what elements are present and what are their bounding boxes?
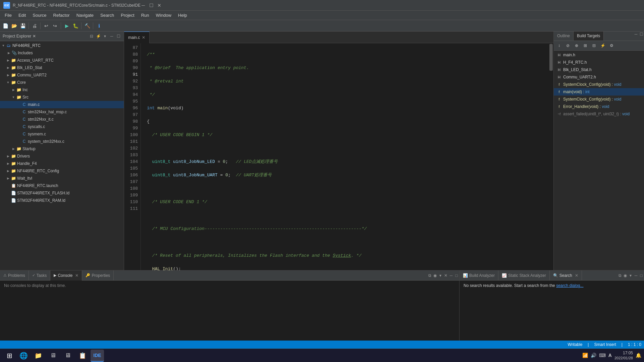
undo-btn[interactable]: ↩ — [42, 22, 50, 30]
menu-search[interactable]: Search — [97, 11, 117, 19]
tree-item-core[interactable]: 📁 Core — [0, 79, 124, 86]
tab-close-main-c[interactable]: ✕ — [142, 35, 145, 40]
menu-window[interactable]: Window — [153, 11, 175, 19]
menu-edit[interactable]: Edit — [15, 11, 29, 19]
tree-arrow-includes[interactable] — [6, 50, 11, 56]
tree-item-commu-uart2[interactable]: 📁 Commu_UART2 — [0, 71, 124, 79]
br-toolbar-btn1[interactable]: ⧉ — [617, 273, 623, 278]
tree-item-src[interactable]: 📁 Src — [0, 94, 124, 101]
keyboard-icon[interactable]: ⌨ — [599, 353, 606, 358]
right-panel-minimize[interactable]: ─ — [633, 32, 639, 37]
tree-item-handle-f4[interactable]: 📁 Handle_F4 — [0, 160, 124, 167]
search-dialog-link[interactable]: search dialog... — [556, 283, 583, 288]
tree-arrow-access[interactable] — [5, 58, 11, 63]
scrollbar-thumb[interactable] — [549, 44, 553, 71]
tree-arrow-src[interactable] — [11, 95, 16, 100]
tree-arrow-blk[interactable] — [5, 65, 11, 70]
panel-minimize-btn[interactable]: ─ — [109, 34, 114, 39]
print-btn[interactable]: 🖨 — [31, 22, 39, 30]
start-button[interactable]: ⊞ — [3, 350, 16, 362]
run-btn[interactable]: ▶ — [63, 22, 71, 30]
info-btn[interactable]: ℹ — [95, 22, 103, 30]
menu-help[interactable]: Help — [175, 11, 191, 19]
tree-item-main-c[interactable]: C main.c — [0, 101, 124, 108]
br-toolbar-btn4[interactable]: ─ — [633, 273, 639, 278]
console-toolbar-btn3[interactable]: ▾ — [438, 273, 443, 278]
outline-item-main-fn[interactable]: f main(void) : int — [554, 88, 644, 96]
tree-item-sysmem[interactable]: C sysmem.c — [0, 130, 124, 138]
tree-item-ram-ld[interactable]: 📄 STM32F446RETX_RAM.ld — [0, 197, 124, 204]
build-btn[interactable]: 🔨 — [83, 22, 91, 30]
tree-item-inc[interactable]: 📁 Inc — [0, 86, 124, 94]
outline-item-main-h[interactable]: H main.h — [554, 51, 644, 59]
outline-hide-btn[interactable]: ⊘ — [564, 42, 572, 50]
outline-sort-btn[interactable]: ↕ — [555, 42, 563, 50]
redo-btn[interactable]: ↪ — [51, 22, 59, 30]
tab-build-targets[interactable]: Build Targets — [574, 32, 604, 41]
network-icon[interactable]: 📶 — [582, 353, 588, 358]
save-btn[interactable]: 💾 — [19, 22, 27, 30]
outline-item-sysclock2[interactable]: f SystemClock_Config(void) : void — [554, 96, 644, 103]
tree-item-includes[interactable]: 📎 Includes — [0, 49, 124, 57]
outline-filter-btn[interactable]: ⊕ — [573, 42, 581, 50]
br-tab-search[interactable]: 🔍 Search ✕ — [550, 270, 582, 281]
clock[interactable]: 17:05 2022/01/28 — [614, 351, 633, 361]
menu-refactor[interactable]: Refactor — [50, 11, 73, 19]
tree-item-flash-ld[interactable]: 📄 STM32F446RETX_FLASH.ld — [0, 189, 124, 197]
right-panel-maximize[interactable]: ☐ — [639, 32, 644, 37]
debug-btn[interactable]: 🐛 — [71, 22, 79, 30]
tree-arrow-drivers[interactable] — [5, 154, 11, 159]
search-tab-close[interactable]: ✕ — [575, 273, 578, 278]
outline-item-assert-failed[interactable]: ~f assert_failed(uint8_t*, uint32_t) : v… — [554, 110, 644, 118]
menu-run[interactable]: Run — [138, 11, 153, 19]
bottom-tab-properties[interactable]: 🔑 Properties — [82, 270, 114, 281]
titlebar-controls[interactable]: ─ ☐ ✕ — [141, 3, 162, 8]
outline-item-sysclock[interactable]: f SystemClock_Config(void) : void — [554, 81, 644, 88]
tree-arrow-startup[interactable] — [11, 146, 16, 152]
br-tab-build-analyzer[interactable]: 📊 Build Analyzer — [460, 270, 498, 281]
outline-settings-btn[interactable]: ⚙ — [607, 42, 615, 50]
console-toolbar-btn6[interactable]: □ — [454, 273, 459, 278]
br-toolbar-btn3[interactable]: ▾ — [628, 273, 633, 278]
tree-item-syscalls[interactable]: C syscalls.c — [0, 123, 124, 130]
panel-maximize-btn[interactable]: ☐ — [116, 34, 121, 39]
tree-item-nf446-config[interactable]: 📁 NF446RE_RTC_Config — [0, 167, 124, 175]
console-toolbar-btn4[interactable]: ✕ — [443, 273, 448, 278]
taskbar-app3[interactable]: 🖥 — [46, 350, 60, 362]
panel-menu-btn[interactable]: ▾ — [102, 34, 108, 39]
bottom-tab-console[interactable]: ▶ Console ✕ — [50, 270, 82, 281]
br-toolbar-btn5[interactable]: □ — [639, 273, 644, 278]
tree-arrow-nf446-config[interactable] — [5, 168, 11, 174]
link-editor-btn[interactable]: ⚡ — [96, 34, 101, 39]
outline-item-error-handler[interactable]: f Error_Handler(void) : void — [554, 103, 644, 110]
close-button[interactable]: ✕ — [157, 3, 162, 8]
tree-arrow-inc[interactable] — [11, 87, 16, 93]
tree-item-launch[interactable]: 📋 NF446RE_RTC.launch — [0, 182, 124, 189]
tree-item-drivers[interactable]: 📁 Drivers — [0, 153, 124, 160]
tree-item-access-uart[interactable]: 📁 Access_UART_RTC — [0, 57, 124, 64]
console-toolbar-btn5[interactable]: ─ — [448, 273, 454, 278]
tree-arrow-commu[interactable] — [5, 72, 11, 78]
br-tab-static-stack[interactable]: 📈 Static Stack Analyzer — [498, 270, 550, 281]
tree-item-system-stm32[interactable]: C system_stm32f4xx.c — [0, 138, 124, 145]
notification-icon[interactable]: 🔔 — [636, 353, 641, 358]
br-toolbar-btn2[interactable]: ◉ — [623, 273, 628, 278]
outline-collapse-btn[interactable]: ⊟ — [590, 42, 598, 50]
taskbar-app5[interactable]: 📋 — [76, 350, 89, 362]
console-close-icon[interactable]: ✕ — [75, 273, 78, 278]
tab-main-c[interactable]: main.c ✕ — [124, 32, 150, 43]
console-toolbar-btn2[interactable]: ◉ — [432, 273, 438, 278]
bottom-tab-problems[interactable]: ⚠ Problems — [0, 270, 29, 281]
tree-arrow-wait-ltvl[interactable] — [5, 176, 11, 181]
console-toolbar-btn1[interactable]: ⧉ — [427, 273, 432, 278]
tree-item-blk-led[interactable]: 📁 Blk_LED_Stat — [0, 64, 124, 71]
tree-item-wait-ltvl[interactable]: 📁 Wait_ltvl — [0, 175, 124, 182]
tab-outline[interactable]: Outline — [554, 32, 574, 41]
tree-arrow-core[interactable] — [5, 80, 11, 85]
menu-navigate[interactable]: Navigate — [73, 11, 97, 19]
outline-link-btn[interactable]: ⚡ — [599, 42, 607, 50]
taskbar-stm32-ide[interactable]: IDE — [91, 350, 104, 362]
collapse-all-btn[interactable]: ⊟ — [89, 34, 94, 39]
restore-button[interactable]: ☐ — [149, 3, 154, 8]
bottom-tab-tasks[interactable]: ✓ Tasks — [29, 270, 51, 281]
